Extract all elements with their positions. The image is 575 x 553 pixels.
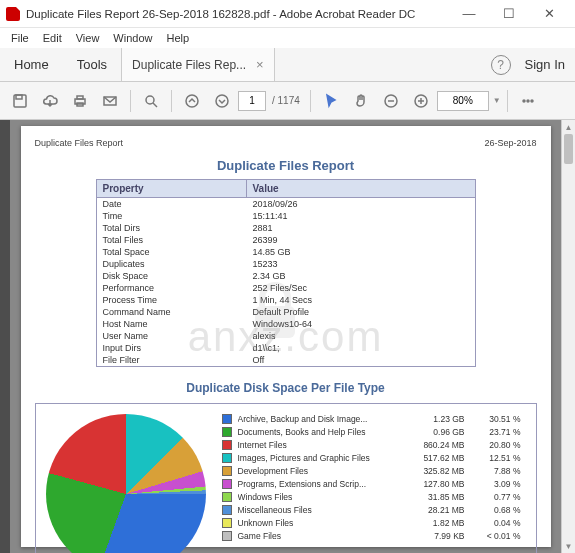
legend-label: Game Files: [238, 531, 403, 541]
tab-document-label: Duplicate Files Rep...: [132, 58, 246, 72]
prop-key: Process Time: [97, 294, 247, 306]
prop-val: alexis: [247, 330, 282, 342]
report-title: Duplicate Files Report: [35, 158, 537, 173]
legend-percent: 12.51 %: [471, 453, 521, 463]
legend-swatch: [222, 414, 232, 424]
cloud-icon[interactable]: [36, 87, 64, 115]
legend-size: 517.62 MB: [409, 453, 465, 463]
legend-swatch: [222, 505, 232, 515]
table-row: Total Dirs2881: [97, 222, 475, 234]
prop-val: d1\\c1;: [247, 342, 286, 354]
legend-swatch: [222, 479, 232, 489]
scroll-down-icon[interactable]: ▼: [562, 539, 575, 553]
menu-bar: File Edit View Window Help: [0, 28, 575, 48]
legend-size: 31.85 MB: [409, 492, 465, 502]
pie-legend: Archive, Backup and Disk Image...1.23 GB…: [222, 414, 526, 553]
prop-key: Input Dirs: [97, 342, 247, 354]
print-icon[interactable]: [66, 87, 94, 115]
prop-key: Time: [97, 210, 247, 222]
legend-swatch: [222, 427, 232, 437]
legend-percent: 0.68 %: [471, 505, 521, 515]
table-row: Date2018/09/26: [97, 198, 475, 210]
toolbar: / 1174 ▼: [0, 82, 575, 120]
legend-label: Archive, Backup and Disk Image...: [238, 414, 403, 424]
legend-label: Programs, Extensions and Scrip...: [238, 479, 403, 489]
legend-item: Unknown Files1.82 MB0.04 %: [222, 518, 526, 528]
minimize-button[interactable]: —: [449, 0, 489, 28]
page-down-icon[interactable]: [208, 87, 236, 115]
menu-file[interactable]: File: [4, 30, 36, 46]
prop-key: Date: [97, 198, 247, 210]
legend-label: Windows Files: [238, 492, 403, 502]
prop-val: 14.85 GB: [247, 246, 297, 258]
menu-view[interactable]: View: [69, 30, 107, 46]
legend-item: Documents, Books and Help Files0.96 GB23…: [222, 427, 526, 437]
prop-key: Disk Space: [97, 270, 247, 282]
table-row: Total Space14.85 GB: [97, 246, 475, 258]
scrollbar-thumb[interactable]: [564, 134, 573, 164]
legend-percent: 0.77 %: [471, 492, 521, 502]
legend-size: 0.96 GB: [409, 427, 465, 437]
search-icon[interactable]: [137, 87, 165, 115]
prop-key: Total Files: [97, 234, 247, 246]
legend-label: Miscellaneous Files: [238, 505, 403, 515]
window-titlebar: Duplicate Files Report 26-Sep-2018 16282…: [0, 0, 575, 28]
sign-in-button[interactable]: Sign In: [525, 57, 565, 72]
properties-table: Property Value Date2018/09/26Time15:11:4…: [96, 179, 476, 367]
menu-edit[interactable]: Edit: [36, 30, 69, 46]
tab-home[interactable]: Home: [0, 48, 63, 81]
pdf-icon: [6, 7, 20, 21]
table-row: Command NameDefault Profile: [97, 306, 475, 318]
tab-document[interactable]: Duplicate Files Rep... ×: [121, 48, 275, 81]
maximize-button[interactable]: ☐: [489, 0, 529, 28]
prop-key: User Name: [97, 330, 247, 342]
menu-window[interactable]: Window: [106, 30, 159, 46]
legend-item: Images, Pictures and Graphic Files517.62…: [222, 453, 526, 463]
vertical-scrollbar[interactable]: ▲ ▼: [561, 120, 575, 553]
legend-percent: 3.09 %: [471, 479, 521, 489]
menu-help[interactable]: Help: [159, 30, 196, 46]
scroll-up-icon[interactable]: ▲: [562, 120, 575, 134]
hand-icon[interactable]: [347, 87, 375, 115]
legend-size: 28.21 MB: [409, 505, 465, 515]
pie-chart: [46, 414, 206, 553]
zoom-in-icon[interactable]: [407, 87, 435, 115]
table-row: File FilterOff: [97, 354, 475, 366]
legend-size: 7.99 KB: [409, 531, 465, 541]
more-icon[interactable]: [514, 87, 542, 115]
pdf-page: Duplicate Files Report 26-Sep-2018 Dupli…: [21, 126, 551, 547]
svg-point-6: [146, 96, 154, 104]
table-row: Duplicates15233: [97, 258, 475, 270]
legend-swatch: [222, 440, 232, 450]
zoom-out-icon[interactable]: [377, 87, 405, 115]
prop-val: 252 Files/Sec: [247, 282, 314, 294]
document-area: Duplicate Files Report 26-Sep-2018 Dupli…: [0, 120, 575, 553]
table-row: Performance252 Files/Sec: [97, 282, 475, 294]
legend-swatch: [222, 453, 232, 463]
prop-val: 15233: [247, 258, 284, 270]
page-number-input[interactable]: [238, 91, 266, 111]
close-button[interactable]: ✕: [529, 0, 569, 28]
help-icon[interactable]: ?: [491, 55, 511, 75]
prop-header-val: Value: [247, 180, 285, 197]
prop-key: File Filter: [97, 354, 247, 366]
prop-key: Duplicates: [97, 258, 247, 270]
legend-size: 860.24 MB: [409, 440, 465, 450]
save-icon[interactable]: [6, 87, 34, 115]
prop-key: Performance: [97, 282, 247, 294]
page-up-icon[interactable]: [178, 87, 206, 115]
email-icon[interactable]: [96, 87, 124, 115]
tab-close-icon[interactable]: ×: [256, 57, 264, 72]
legend-item: Windows Files31.85 MB0.77 %: [222, 492, 526, 502]
left-sidebar-collapsed[interactable]: [0, 120, 10, 553]
zoom-select[interactable]: [437, 91, 489, 111]
legend-percent: 23.71 %: [471, 427, 521, 437]
tab-tools[interactable]: Tools: [63, 48, 121, 81]
svg-rect-3: [77, 96, 83, 99]
legend-percent: 0.04 %: [471, 518, 521, 528]
zoom-dropdown-icon[interactable]: ▼: [493, 96, 501, 105]
svg-point-12: [527, 100, 529, 102]
pointer-icon[interactable]: [317, 87, 345, 115]
prop-val: 2881: [247, 222, 279, 234]
legend-swatch: [222, 492, 232, 502]
